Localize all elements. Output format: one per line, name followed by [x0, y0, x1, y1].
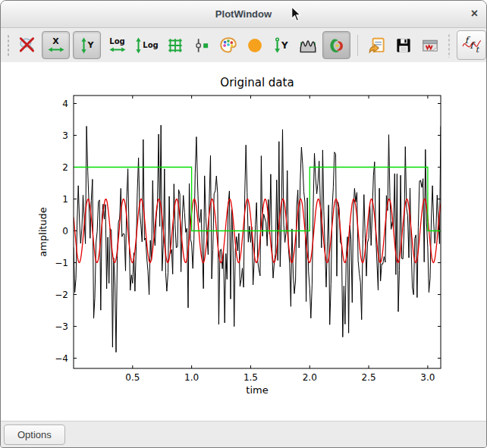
toolbar-separator — [357, 35, 358, 56]
options-button[interactable]: Options — [4, 425, 65, 445]
window-title: PlotWindow — [215, 8, 272, 20]
y-tick-label: 2 — [62, 162, 68, 173]
export-window-button[interactable] — [418, 32, 441, 59]
y-tick-label: −4 — [55, 353, 68, 364]
copy-button[interactable] — [365, 32, 388, 59]
histogram-button[interactable] — [296, 32, 319, 59]
autoscale-y-icon: Y — [80, 37, 94, 54]
grid-button[interactable] — [163, 32, 187, 59]
titlebar[interactable]: PlotWindow × — [1, 1, 486, 28]
save-button[interactable] — [391, 32, 415, 59]
window-export-icon — [420, 36, 440, 55]
vertical-arrow-icon — [135, 37, 142, 54]
toolbar-dotted-separator — [448, 33, 451, 58]
x-tick-label: 2.0 — [303, 372, 317, 383]
palette-button[interactable] — [216, 32, 240, 59]
reverse-y-icon: Y — [272, 36, 291, 55]
y-tick-label: 3 — [62, 130, 68, 141]
reverse-y-button[interactable]: Y — [269, 32, 293, 59]
x-tick-label: 0.5 — [125, 372, 140, 383]
log-x-label: Log — [109, 38, 124, 45]
x-tick-label: 1.5 — [244, 372, 258, 383]
orange-dot-icon — [245, 36, 265, 55]
y-tick-label: −1 — [55, 258, 68, 268]
x-axis-label: time — [246, 384, 268, 396]
logo-icon — [327, 36, 347, 55]
autoscale-y-button[interactable]: Y — [73, 31, 101, 59]
x-tick-label: 2.5 — [362, 372, 376, 383]
palette-icon — [218, 36, 238, 55]
clipboard-copy-icon — [367, 36, 387, 55]
bottombar: Options — [1, 421, 486, 447]
magnifier-cross-icon — [17, 36, 37, 55]
y-tick-label: 4 — [62, 99, 68, 109]
save-icon — [394, 36, 413, 55]
log-y-button[interactable]: Log — [134, 32, 160, 59]
y-tick-label: 1 — [62, 194, 68, 205]
vertical-arrow-icon — [80, 37, 87, 54]
y-axis-label: amplitude — [37, 207, 49, 257]
y-tick-label: 0 — [62, 226, 68, 237]
histogram-icon — [298, 36, 318, 55]
log-y-label: Log — [143, 42, 158, 49]
autoscale-x-button[interactable]: X — [42, 31, 70, 59]
autoscale-x-icon: X — [48, 37, 64, 53]
fft-tools-button[interactable]: f f t — [457, 30, 486, 60]
x-tick-label: 1.0 — [184, 372, 199, 383]
marker-style-button[interactable] — [243, 32, 266, 59]
svg-text:Y: Y — [281, 39, 288, 50]
logo-toggle-button[interactable] — [322, 31, 350, 59]
log-y-icon: Log — [135, 37, 158, 54]
y-tick-label: −3 — [55, 321, 68, 332]
horizontal-arrow-icon — [48, 46, 64, 53]
grid-icon — [165, 36, 185, 55]
horizontal-arrow-icon — [109, 46, 126, 53]
fft-letter-t: t — [475, 45, 479, 55]
plot-window: PlotWindow × X — [0, 0, 487, 448]
autoscale-y-label: Y — [88, 41, 94, 49]
toolbar: X Y Log — [1, 28, 486, 62]
chart-series-group — [74, 125, 441, 352]
y-tick-label: −2 — [55, 290, 68, 300]
x-tick-label: 3.0 — [420, 372, 435, 383]
autoscale-x-label: X — [52, 37, 58, 45]
fft-icon: f f t — [461, 35, 482, 56]
log-x-icon: Log — [109, 38, 126, 53]
axes-dialog-button[interactable] — [190, 32, 213, 59]
chart-title: Original data — [220, 76, 294, 89]
log-x-button[interactable]: Log — [104, 32, 130, 59]
plot-canvas[interactable]: Original data0.51.01.52.02.53.0−4−3−2−10… — [1, 62, 486, 421]
cancel-zoom-button[interactable] — [15, 32, 39, 59]
toolbar-drag-handle[interactable] — [7, 34, 10, 57]
chart[interactable]: Original data0.51.01.52.02.53.0−4−3−2−10… — [1, 62, 486, 421]
close-button[interactable]: × — [471, 7, 478, 20]
axes-icon — [192, 36, 212, 55]
